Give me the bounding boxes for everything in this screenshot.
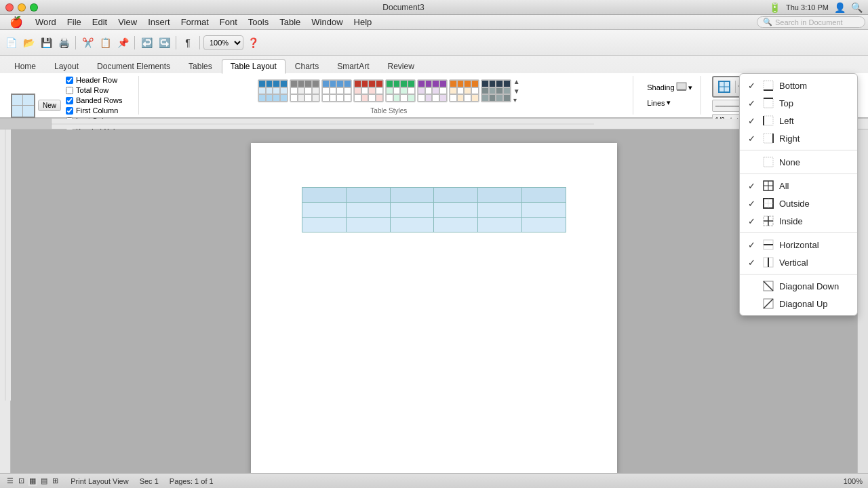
open-btn[interactable]: 📂 <box>20 35 37 51</box>
shading-button[interactable]: Shading ▾ <box>644 81 694 94</box>
minimize-button[interactable] <box>18 3 26 12</box>
apple-menu[interactable]: 🍎 <box>3 16 30 28</box>
tab-document-elements[interactable]: Document Elements <box>88 59 179 73</box>
banded-rows-option[interactable]: Banded Rows <box>66 96 133 104</box>
table-cell[interactable] <box>390 203 434 218</box>
table-style-4[interactable] <box>353 79 384 102</box>
menu-table[interactable]: Table <box>274 16 306 28</box>
new-doc-btn[interactable]: 📄 <box>3 35 19 51</box>
status-icon-2[interactable]: ⊡ <box>17 475 26 486</box>
tab-home[interactable]: Home <box>5 59 45 73</box>
banded-rows-checkbox[interactable] <box>66 97 73 104</box>
option-diagonal-up[interactable]: Diagonal Up <box>740 295 857 312</box>
maximize-button[interactable] <box>30 3 38 12</box>
lines-dropdown-arrow[interactable]: ▾ <box>667 98 671 107</box>
table-cell[interactable] <box>302 218 347 232</box>
new-button[interactable]: New <box>38 100 61 111</box>
table-cell[interactable] <box>434 218 478 232</box>
option-bottom[interactable]: ✓ Bottom <box>740 77 857 94</box>
menu-file[interactable]: File <box>62 16 87 28</box>
option-outside[interactable]: ✓ Outside <box>740 195 857 212</box>
document-table[interactable] <box>302 187 566 232</box>
table-style-7[interactable] <box>449 79 479 102</box>
option-none[interactable]: None <box>740 153 857 171</box>
first-col-checkbox[interactable] <box>66 107 73 115</box>
table-style-8[interactable] <box>481 79 511 102</box>
menu-tools[interactable]: Tools <box>243 16 274 28</box>
menu-format[interactable]: Format <box>176 16 214 28</box>
table-cell[interactable] <box>434 203 478 218</box>
option-all[interactable]: ✓ All <box>740 177 857 195</box>
option-top[interactable]: ✓ Top <box>740 94 857 112</box>
table-cell[interactable] <box>302 188 347 203</box>
tab-charts[interactable]: Charts <box>286 59 328 73</box>
scrollbar-right[interactable] <box>857 129 868 473</box>
save-btn[interactable]: 💾 <box>38 35 54 51</box>
menu-edit[interactable]: Edit <box>87 16 113 28</box>
redo-btn[interactable]: ↪️ <box>156 35 172 51</box>
search-icon[interactable]: 🔍 <box>851 2 863 13</box>
tab-layout[interactable]: Layout <box>45 59 87 73</box>
first-col-option[interactable]: First Column <box>66 106 133 115</box>
undo-btn[interactable]: ↩️ <box>138 35 155 51</box>
status-icon-5[interactable]: ⊞ <box>51 475 60 486</box>
option-right[interactable]: ✓ Right <box>740 129 857 147</box>
table-cell[interactable] <box>302 203 347 218</box>
copy-btn[interactable]: 📋 <box>97 35 113 51</box>
menu-font[interactable]: Font <box>214 16 243 28</box>
style-more[interactable]: ▾ <box>513 96 520 104</box>
table-cell[interactable] <box>390 218 434 232</box>
table-cell[interactable] <box>346 188 390 203</box>
option-left[interactable]: ✓ Left <box>740 112 857 129</box>
total-row-option[interactable]: Total Row <box>66 86 133 94</box>
table-cell[interactable] <box>434 188 478 203</box>
table-cell[interactable] <box>346 218 390 232</box>
option-inside[interactable]: ✓ Inside <box>740 212 857 230</box>
header-row-checkbox[interactable] <box>66 77 73 84</box>
print-btn[interactable]: 🖨️ <box>56 35 72 51</box>
status-icon-3[interactable]: ▦ <box>28 475 37 486</box>
style-scroll-up[interactable]: ▲ <box>513 78 520 85</box>
menu-word[interactable]: Word <box>30 16 62 28</box>
lines-button[interactable]: Lines ▾ <box>644 97 694 108</box>
table-border-icon[interactable] <box>11 94 35 118</box>
cut-btn[interactable]: ✂️ <box>79 35 96 51</box>
menu-insert[interactable]: Insert <box>142 16 176 28</box>
tab-review[interactable]: Review <box>379 59 423 73</box>
total-row-checkbox[interactable] <box>66 87 73 94</box>
table-cell[interactable] <box>346 203 390 218</box>
style-scroll-down[interactable]: ▼ <box>513 87 520 95</box>
menu-window[interactable]: Window <box>306 16 348 28</box>
table-style-3[interactable] <box>321 79 352 102</box>
tab-table-layout[interactable]: Table Layout <box>222 59 285 74</box>
table-style-2[interactable] <box>290 79 320 102</box>
option-vertical[interactable]: ✓ Vertical <box>740 253 857 271</box>
option-diagonal-down[interactable]: Diagonal Down <box>740 277 857 295</box>
status-icon-4[interactable]: ▤ <box>39 475 49 486</box>
table-style-6[interactable] <box>417 79 448 102</box>
paragraph-marks-btn[interactable]: ¶ <box>180 35 196 51</box>
window-controls[interactable] <box>5 3 38 12</box>
table-cell[interactable] <box>522 188 566 203</box>
header-row-option[interactable]: Header Row <box>66 76 133 84</box>
shading-dropdown-arrow[interactable]: ▾ <box>688 83 692 92</box>
table-cell[interactable] <box>390 188 434 203</box>
tab-smartart[interactable]: SmartArt <box>328 59 378 73</box>
table-cell[interactable] <box>478 188 522 203</box>
tab-tables[interactable]: Tables <box>180 59 221 73</box>
help-btn[interactable]: ❓ <box>245 35 261 51</box>
search-bar[interactable]: 🔍 Search in Document <box>757 16 865 28</box>
menu-view[interactable]: View <box>113 16 142 28</box>
table-style-5[interactable] <box>385 79 416 102</box>
table-style-1[interactable] <box>258 79 288 102</box>
table-cell[interactable] <box>478 218 522 232</box>
table-cell[interactable] <box>522 218 566 232</box>
table-cell[interactable] <box>478 203 522 218</box>
close-button[interactable] <box>5 3 14 12</box>
menu-help[interactable]: Help <box>349 16 378 28</box>
table-cell[interactable] <box>522 203 566 218</box>
paste-btn[interactable]: 📌 <box>115 35 131 51</box>
status-icon-1[interactable]: ☰ <box>5 475 15 486</box>
zoom-select[interactable]: 100% 75% 150% <box>203 35 243 50</box>
option-horizontal[interactable]: ✓ Horizontal <box>740 236 857 253</box>
